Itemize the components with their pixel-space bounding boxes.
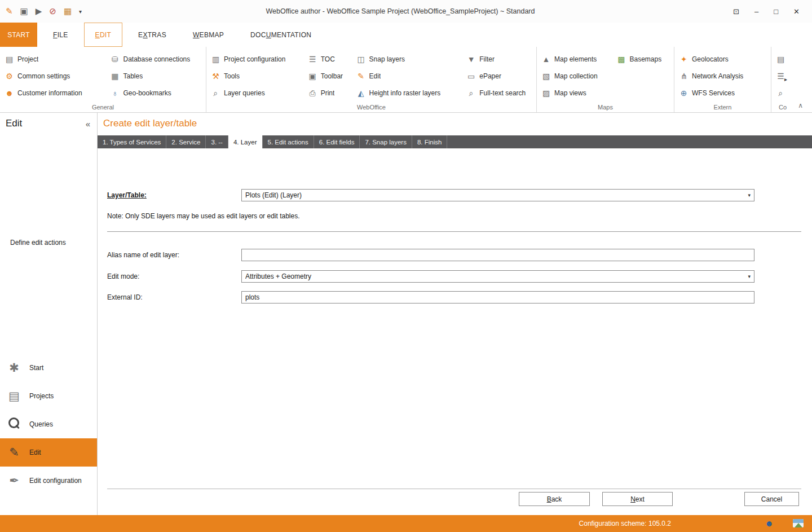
sidebar-item-start[interactable]: ✱ Start [0, 354, 97, 382]
ribbon-item-label: Basemaps [629, 55, 661, 63]
external-id-input[interactable] [241, 291, 754, 304]
layer-table-select[interactable]: Plots (Edit) (Layer) ▾ [241, 189, 754, 201]
popout-window-icon[interactable]: ⊡ [733, 7, 739, 16]
ribbon-item-geolocators[interactable]: ✦ Geolocators [674, 51, 771, 68]
ribbon-item-map-views[interactable]: ▨ Map views [537, 85, 612, 102]
ribbon-item-database-connections[interactable]: ⛁ Database connections [105, 51, 206, 68]
ribbon-item-label: Map collection [554, 72, 598, 80]
back-button[interactable]: Back [519, 492, 590, 506]
ribbon-item-clipped-3[interactable]: ⌕ [771, 85, 794, 102]
sidebar-item-edit-configuration[interactable]: ✒ Edit configuration [0, 467, 97, 495]
image-icon[interactable] [793, 519, 804, 527]
wizard-step-snap-layers[interactable]: 7. Snap layers [360, 135, 412, 148]
ribbon-item-label: Snap layers [369, 55, 405, 63]
cancel-button[interactable]: Cancel [744, 492, 799, 506]
ribbon-item-clipped-2[interactable]: ☰ [771, 68, 794, 85]
start-icon: ✱ [6, 361, 23, 375]
ribbon-item-network-analysis[interactable]: ⋔ Network Analysis [674, 68, 771, 85]
sidebar-item-label: Queries [29, 420, 53, 428]
ribbon-item-label: Tools [224, 72, 240, 80]
layer-queries-icon: ⌕ [211, 89, 220, 98]
wizard-step-service[interactable]: 2. Service [166, 135, 206, 148]
ribbon-item-map-collection[interactable]: ▧ Map collection [537, 68, 612, 85]
save-icon[interactable]: ▣ [20, 6, 28, 16]
chevron-down-icon: ▾ [748, 192, 751, 198]
form-divider [107, 231, 801, 232]
ribbon-item-layer-queries[interactable]: ⌕ Layer queries [206, 85, 303, 102]
layer-table-selected-value: Plots (Edit) (Layer) [245, 191, 744, 199]
collapse-sidebar-icon[interactable]: « [86, 119, 90, 129]
ribbon-item-label: Geolocators [692, 55, 729, 63]
ribbon-item-height-info-raster-layers[interactable]: ◭ Height info raster layers [352, 85, 462, 102]
ribbon-item-label: Height info raster layers [369, 89, 441, 97]
wizard-step-edit-fields[interactable]: 6. Edit fields [314, 135, 360, 148]
wizard-step-3[interactable]: 3. -- [206, 135, 228, 148]
project-icon: ▤ [5, 55, 14, 64]
tab-extras[interactable]: EXTRAS [127, 23, 177, 47]
alias-name-input[interactable] [241, 249, 754, 261]
map-views-icon: ▨ [541, 89, 551, 98]
ribbon-item-geo-bookmarks[interactable]: ♁ Geo-bookmarks [105, 85, 206, 102]
wizard-step-layer[interactable]: 4. Layer [228, 135, 263, 148]
ribbon-item-toc[interactable]: ☰ TOC [303, 51, 352, 68]
ribbon-item-epaper[interactable]: ▭ ePaper [462, 68, 536, 85]
ribbon-item-print[interactable]: ⎙ Print [303, 85, 352, 102]
tab-webmap[interactable]: WEBMAP [182, 23, 235, 47]
ribbon-item-snap-layers[interactable]: ◫ Snap layers [352, 51, 462, 68]
tab-file[interactable]: FILE [42, 23, 79, 47]
ribbon-item-customer-information[interactable]: ☻ Customer information [0, 85, 105, 102]
clipped-icon: ▤ [776, 55, 785, 64]
ribbon-item-project[interactable]: ▤ Project [0, 51, 105, 68]
sidebar-item-edit[interactable]: ✎ Edit [0, 438, 97, 467]
ribbon-scroll-right-icon[interactable]: ▸ [784, 76, 787, 82]
geolocator-pin-icon: ✦ [679, 55, 689, 64]
wizard-content: Create edit layer/table 1. Types of Serv… [98, 113, 812, 515]
window-title: WebOffice author - WebOffice Sample Proj… [96, 7, 705, 15]
ribbon-item-edit[interactable]: ✎ Edit [352, 68, 462, 85]
ribbon-group-weboffice: ▥ Project configuration ⚒ Tools ⌕ Layer … [206, 47, 537, 112]
sidebar-item-queries[interactable]: Queries [0, 410, 97, 438]
edit-mode-select[interactable]: Attributes + Geometry ▾ [241, 270, 754, 283]
minimize-icon[interactable]: – [754, 7, 758, 16]
define-edit-actions-label: Define edit actions [10, 239, 66, 247]
next-button[interactable]: Next [602, 492, 673, 506]
wfs-services-icon: ⊕ [679, 89, 689, 98]
ribbon-item-tables[interactable]: ▦ Tables [105, 68, 206, 85]
user-icon[interactable]: ☻ [765, 518, 774, 528]
run-icon[interactable]: ▶ [36, 6, 42, 16]
maximize-icon[interactable]: □ [774, 7, 778, 16]
close-icon[interactable]: ✕ [793, 7, 800, 16]
ribbon-item-label: Common settings [17, 72, 70, 80]
collapse-ribbon-chevron-icon[interactable]: ∧ [796, 101, 805, 110]
ribbon-item-label: Tables [123, 72, 143, 80]
sidebar-item-projects[interactable]: ▤ Projects [0, 382, 97, 410]
tab-documentation[interactable]: DOCUMENTATION [240, 23, 322, 47]
disable-icon[interactable]: ⊘ [49, 6, 56, 16]
ribbon-item-toolbar[interactable]: ▣ Toolbar [303, 68, 352, 85]
ribbon-item-tools[interactable]: ⚒ Tools [206, 68, 303, 85]
table-grid-icon: ▦ [110, 72, 120, 81]
wizard-step-types-of-services[interactable]: 1. Types of Services [98, 135, 166, 148]
ribbon-item-clipped-1[interactable]: ▤ [771, 51, 794, 68]
network-analysis-icon: ⋔ [679, 72, 689, 81]
qat-more-dropdown-icon[interactable]: ▾ [79, 8, 82, 15]
ribbon-item-label: Project configuration [224, 55, 285, 63]
ribbon-item-filter[interactable]: ▼ Filter [462, 51, 536, 68]
table-icon[interactable]: ▦ [64, 6, 72, 16]
ribbon-group-label: WebOffice [206, 104, 536, 111]
tools-hammer-icon: ⚒ [211, 72, 220, 81]
tab-start[interactable]: START [0, 23, 37, 47]
configuration-scheme-text: Configuration scheme: 105.0.2 [579, 520, 671, 527]
edit-pencil-icon[interactable]: ✎ [6, 6, 13, 16]
ribbon-item-common-settings[interactable]: ⚙ Common settings [0, 68, 105, 85]
sidebar-item-label: Edit [29, 449, 41, 456]
ribbon-item-project-configuration[interactable]: ▥ Project configuration [206, 51, 303, 68]
ribbon-item-wfs-services[interactable]: ⊕ WFS Services [674, 85, 771, 102]
wizard-step-edit-actions[interactable]: 5. Edit actions [263, 135, 314, 148]
wizard-step-finish[interactable]: 8. Finish [412, 135, 447, 148]
ribbon-item-basemaps[interactable]: ▩ Basemaps [612, 51, 674, 68]
ribbon-item-full-text-search[interactable]: ⌕ Full-text search [462, 85, 536, 102]
ribbon-item-label: TOC [321, 55, 335, 63]
tab-edit[interactable]: EDIT [84, 23, 123, 47]
ribbon-item-map-elements[interactable]: ▲ Map elements [537, 51, 612, 68]
